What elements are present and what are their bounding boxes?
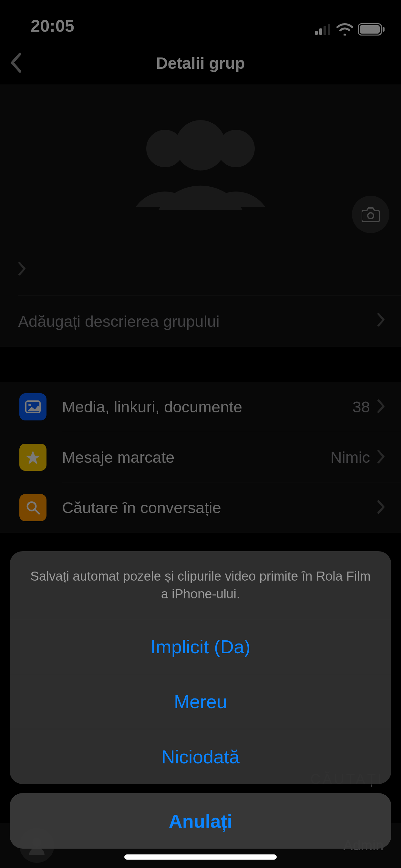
media-links-docs-row[interactable]: Media, linkuri, documente 38 — [0, 382, 401, 432]
back-button[interactable] — [10, 53, 21, 74]
svg-point-10 — [368, 213, 374, 219]
svg-rect-6 — [382, 27, 384, 32]
camera-icon — [362, 207, 380, 222]
group-description-row[interactable]: Adăugați descrierea grupului — [0, 296, 401, 347]
svg-rect-2 — [323, 26, 326, 35]
svg-rect-3 — [328, 24, 330, 35]
svg-rect-0 — [315, 31, 318, 35]
home-indicator[interactable] — [124, 855, 277, 860]
wifi-icon — [336, 23, 353, 35]
search-label: Căutare în conversație — [62, 499, 221, 517]
page-title: Detalii grup — [156, 54, 245, 73]
svg-point-12 — [28, 404, 31, 406]
back-icon — [10, 53, 21, 73]
starred-messages-row[interactable]: Mesaje marcate Nimic — [0, 432, 401, 483]
action-sheet-prompt: Salvați automat pozele și clipurile vide… — [10, 551, 391, 619]
starred-value: Nimic — [331, 448, 370, 466]
chevron-right-icon — [18, 261, 27, 279]
media-count: 38 — [352, 398, 370, 416]
svg-rect-1 — [319, 28, 322, 35]
status-right — [315, 23, 385, 35]
svg-point-9 — [175, 120, 226, 170]
cellular-icon — [315, 24, 332, 35]
starred-label: Mesaje marcate — [62, 448, 175, 466]
star-icon — [19, 444, 47, 471]
search-in-chat-row[interactable]: Căutare în conversație — [0, 483, 401, 533]
status-bar: 20:05 — [0, 0, 401, 42]
group-description-label: Adăugați descrierea grupului — [18, 312, 220, 330]
option-default[interactable]: Implicit (Da) — [10, 619, 391, 674]
option-always[interactable]: Mereu — [10, 674, 391, 729]
group-name-row[interactable] — [0, 245, 401, 296]
change-photo-button[interactable] — [352, 196, 390, 233]
group-icon — [117, 113, 284, 216]
svg-rect-5 — [360, 25, 380, 34]
chevron-right-icon — [377, 450, 385, 465]
nav-header: Detalii grup — [0, 42, 401, 85]
search-icon — [19, 494, 47, 521]
chevron-right-icon — [377, 500, 385, 516]
status-time: 20:05 — [31, 16, 74, 35]
picture-icon — [19, 393, 47, 421]
cancel-button[interactable]: Anulați — [10, 793, 391, 848]
chevron-right-icon — [377, 399, 385, 414]
battery-icon — [358, 23, 385, 35]
option-never[interactable]: Niciodată — [10, 729, 391, 784]
action-sheet: Salvați automat pozele și clipurile vide… — [10, 551, 391, 848]
group-avatar-section — [0, 85, 401, 245]
media-label: Media, linkuri, documente — [62, 398, 242, 416]
chevron-right-icon — [377, 312, 385, 330]
svg-line-14 — [35, 509, 39, 514]
